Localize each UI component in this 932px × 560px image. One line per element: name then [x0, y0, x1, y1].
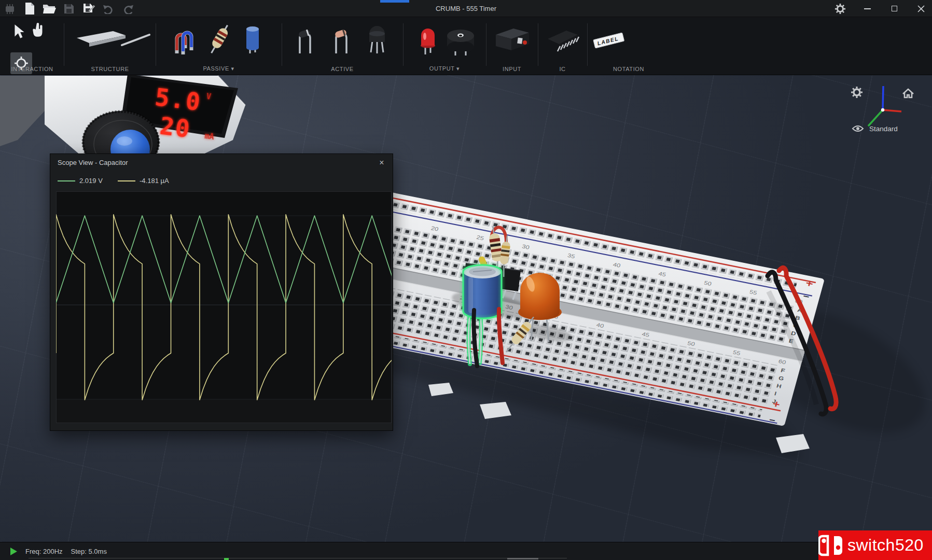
app-window: 2025303540455055602530354045505560ABCDEF… [0, 0, 932, 560]
jumper-wires-icon[interactable] [171, 23, 197, 58]
group-label-input: INPUT [489, 66, 535, 72]
breadboard-foot [428, 383, 453, 396]
resistor-item-icon[interactable] [207, 23, 233, 58]
component-toolbar: INTERACTION STRUCTURE [0, 17, 932, 75]
viewport-settings-gear-icon[interactable] [851, 87, 863, 98]
hand-tool-icon[interactable] [31, 22, 46, 40]
group-label-output[interactable]: OUTPUT [429, 65, 455, 72]
home-view-icon[interactable] [903, 89, 913, 97]
group-label-ic: IC [540, 66, 585, 72]
power-input-item-icon[interactable] [493, 25, 532, 57]
capacitor-highlight [468, 277, 473, 313]
bottom-timeline-marker [224, 558, 229, 560]
frequency-readout: Freq: 200Hz [25, 548, 63, 555]
breadboard-foot [480, 402, 511, 419]
current-readout: 20 [158, 112, 192, 144]
bottom-timeline-bar[interactable] [29, 558, 567, 559]
current-legend-label: -4.181 µA [140, 177, 169, 185]
toolbar-group-notation: LABEL NOTATION [590, 17, 667, 75]
toolbar-group-active: ACTIVE [284, 17, 400, 75]
watermark-badge: switch520 [818, 530, 932, 560]
current-legend-swatch [118, 180, 135, 181]
diode-item-icon[interactable] [295, 24, 319, 57]
close-button[interactable] [915, 3, 927, 15]
toolbar-group-input: INPUT [489, 17, 535, 75]
titlebar-accent-fragment [380, 0, 409, 3]
group-label-active: ACTIVE [284, 66, 400, 72]
watermark-text: switch520 [847, 536, 924, 555]
scope-window-title: Scope View - Capacitor [58, 154, 128, 172]
buzzer-item-icon[interactable] [444, 25, 477, 58]
scope-legend: 2.019 V -4.181 µA [50, 172, 393, 190]
toolbar-group-ic: IC [540, 17, 585, 75]
current-unit: mA [204, 131, 215, 142]
wire-item-icon[interactable] [119, 31, 152, 51]
voltage-legend-swatch [58, 180, 75, 181]
view-mode-label: Standard [869, 125, 898, 133]
statusbar: Freq: 200Hz Step: 5.0ms [0, 542, 932, 560]
plot-frame [57, 192, 392, 423]
group-label-notation: NOTATION [590, 66, 667, 72]
switch-logo-icon [818, 534, 845, 557]
scope-window-header[interactable]: Scope View - Capacitor × [50, 154, 393, 172]
diode-2-item-icon[interactable] [331, 24, 356, 57]
ic-item-icon[interactable] [544, 25, 582, 57]
toolbar-group-passive: PASSIVE ▾ [158, 17, 279, 75]
toolbar-group-structure: STRUCTURE [66, 17, 154, 75]
scope-window[interactable]: Scope View - Capacitor × 2.019 V -4.181 … [50, 153, 393, 431]
titlebar[interactable]: CRUMB - 555 Timer [0, 0, 932, 17]
maximize-button[interactable] [888, 3, 900, 15]
group-label-structure: STRUCTURE [66, 66, 154, 72]
view-mode-selector[interactable]: Standard [853, 125, 898, 133]
dropdown-arrow-icon[interactable]: ▾ [456, 65, 460, 72]
toolbar-group-output: OUTPUT ▾ [406, 17, 483, 75]
group-label-passive[interactable]: PASSIVE [203, 65, 229, 72]
orientation-gizmo[interactable] [868, 86, 901, 126]
cursor-tool-icon[interactable] [12, 23, 26, 42]
transistor-item-icon[interactable] [365, 23, 389, 57]
step-readout: Step: 5.0ms [71, 548, 107, 555]
voltage-readout: 5.0 [154, 83, 203, 116]
bottom-timeline-segment [507, 558, 538, 559]
play-button-icon[interactable] [10, 548, 17, 555]
voltage-legend-label: 2.019 V [79, 177, 103, 185]
toolbar-group-interaction: INTERACTION [2, 17, 62, 75]
settings-gear-icon[interactable] [834, 3, 846, 15]
label-item-icon[interactable]: LABEL [590, 30, 628, 54]
led-item-icon[interactable] [417, 22, 439, 58]
capacitor-item-icon[interactable] [243, 23, 262, 57]
scope-plot-area [56, 191, 392, 423]
minimize-button[interactable] [861, 3, 873, 15]
scope-close-button[interactable]: × [376, 157, 387, 169]
group-label-interaction: INTERACTION [2, 66, 62, 72]
window-title: CRUMB - 555 Timer [0, 0, 932, 17]
dropdown-arrow-icon[interactable]: ▾ [231, 65, 234, 72]
